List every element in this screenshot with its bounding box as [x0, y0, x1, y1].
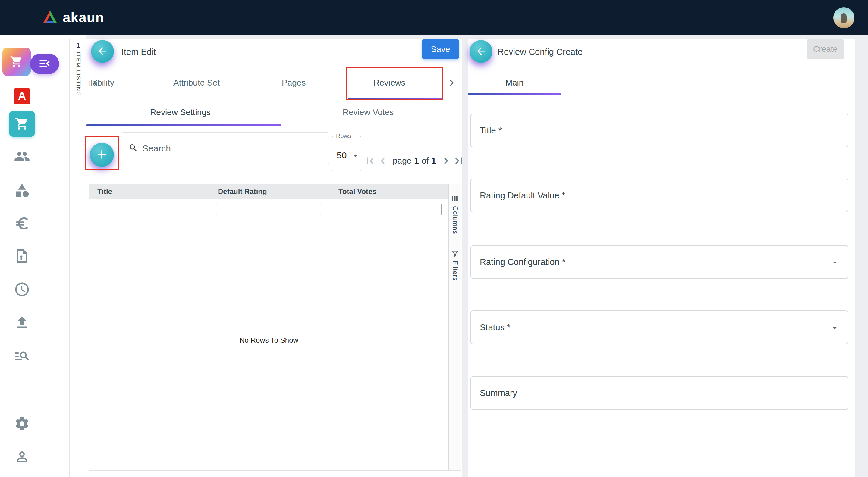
- column-header-title[interactable]: Title: [89, 184, 210, 199]
- filter-input-default-rating[interactable]: [216, 204, 321, 215]
- summary-field[interactable]: Summary: [470, 376, 848, 410]
- column-header-default-rating[interactable]: Default Rating: [210, 184, 330, 199]
- cart-icon[interactable]: [9, 110, 35, 137]
- active-subtab-indicator: [87, 124, 281, 126]
- review-settings-table: Title Default Rating Total Votes No Rows…: [89, 184, 461, 471]
- filter-input-total-votes[interactable]: [337, 204, 441, 215]
- summary-field-label: Summary: [480, 388, 517, 398]
- filter-icon: [451, 250, 459, 259]
- rows-per-page-select[interactable]: Rows 50: [332, 136, 361, 171]
- active-tab-indicator: [347, 98, 443, 99]
- columns-button-label: Columns: [451, 206, 459, 234]
- title-field[interactable]: Title *: [470, 113, 848, 147]
- review-subtabs: Review Settings Review Votes: [87, 104, 462, 121]
- adobe-app-icon[interactable]: A: [13, 88, 30, 104]
- table-header-row: Title Default Rating Total Votes: [89, 184, 449, 199]
- search-box: [121, 132, 330, 164]
- rating-configuration-select[interactable]: Rating Configuration *: [470, 245, 848, 279]
- add-review-config-button[interactable]: [90, 143, 114, 167]
- rating-default-value-field[interactable]: Rating Default Value *: [470, 178, 848, 212]
- akaun-logo-icon: [42, 10, 58, 25]
- subtab-review-settings[interactable]: Review Settings: [87, 104, 274, 121]
- last-page-button[interactable]: [453, 155, 465, 167]
- columns-panel-button[interactable]: Columns: [451, 195, 459, 234]
- adobe-glyph: A: [18, 90, 26, 102]
- panel-tab-strip: 1 ITEM LISTING: [69, 39, 87, 477]
- page-title: Item Edit: [121, 47, 156, 57]
- tab-reviews[interactable]: Reviews: [373, 78, 405, 88]
- account-icon[interactable]: [14, 449, 30, 465]
- search-icon: [128, 143, 138, 154]
- brand-name: akaun: [63, 9, 104, 26]
- title-field-label: Title *: [480, 126, 502, 136]
- current-page: 1: [414, 156, 419, 165]
- chevron-down-icon: [830, 258, 839, 268]
- rating-configuration-label: Rating Configuration *: [480, 257, 565, 267]
- panel-tab-item-listing[interactable]: ITEM LISTING: [75, 52, 82, 97]
- app-icon-cart[interactable]: [2, 47, 31, 76]
- grid-side-toolbar: Columns Filters: [448, 184, 461, 470]
- categories-icon[interactable]: [14, 182, 30, 199]
- subtab-review-votes[interactable]: Review Votes: [274, 104, 462, 121]
- arrow-back-icon: [475, 45, 487, 58]
- rating-default-value-field-label: Rating Default Value *: [480, 191, 565, 201]
- filters-button-label: Filters: [451, 261, 459, 281]
- total-pages: 1: [431, 156, 436, 165]
- tab-attribute-set[interactable]: Attribute Set: [173, 78, 220, 88]
- back-button[interactable]: [470, 40, 493, 63]
- page-title: Review Config Create: [498, 47, 583, 57]
- rows-value: 50: [337, 150, 347, 161]
- search-list-icon[interactable]: [14, 347, 30, 364]
- file-upload-icon[interactable]: [14, 248, 30, 264]
- search-input[interactable]: [142, 143, 311, 154]
- status-select[interactable]: Status *: [470, 310, 848, 344]
- user-avatar[interactable]: [833, 7, 855, 28]
- pagination: page1of1: [364, 151, 465, 170]
- panel-tab-number: 1: [76, 41, 80, 49]
- chevron-down-icon: [830, 323, 839, 334]
- arrow-back-icon: [97, 45, 108, 58]
- review-config-panel: Review Config Create Create Main Title *…: [468, 39, 855, 477]
- back-button[interactable]: [91, 40, 114, 63]
- rows-label: Rows: [334, 133, 353, 139]
- filters-panel-button[interactable]: Filters: [451, 250, 459, 281]
- plus-icon: [95, 147, 109, 162]
- menu-collapse-button[interactable]: [30, 54, 59, 74]
- tab-main[interactable]: Main: [468, 78, 561, 88]
- active-tab-indicator: [468, 93, 561, 95]
- settings-icon[interactable]: [14, 416, 30, 432]
- status-label: Status *: [480, 322, 510, 333]
- customers-icon[interactable]: [14, 148, 30, 165]
- side-toolbar-divider: [449, 242, 461, 242]
- topbar: akaun: [0, 0, 868, 35]
- empty-table-message: No Rows To Show: [89, 336, 449, 344]
- column-header-total-votes[interactable]: Total Votes: [330, 184, 449, 199]
- tab-availability[interactable]: ilability: [89, 78, 114, 88]
- previous-page-button[interactable]: [376, 155, 389, 167]
- menu-open-icon: [38, 57, 51, 71]
- page-indicator: page1of1: [393, 156, 436, 166]
- save-button[interactable]: Save: [422, 39, 459, 59]
- upload-icon[interactable]: [14, 314, 30, 331]
- next-page-button[interactable]: [440, 155, 453, 167]
- item-edit-panel: Item Edit Save ilability Attribute Set P…: [87, 39, 462, 477]
- history-icon[interactable]: [14, 281, 30, 298]
- columns-icon: [451, 195, 459, 204]
- create-button[interactable]: Create: [807, 39, 844, 59]
- first-page-button[interactable]: [364, 155, 376, 167]
- brand: akaun: [42, 0, 104, 35]
- table-filter-row: [89, 199, 449, 220]
- euro-icon[interactable]: [14, 215, 30, 232]
- tabs-scroll-right-button[interactable]: [446, 77, 458, 90]
- tab-pages[interactable]: Pages: [282, 78, 306, 88]
- filter-input-title[interactable]: [96, 204, 200, 215]
- chevron-down-icon: [352, 152, 360, 161]
